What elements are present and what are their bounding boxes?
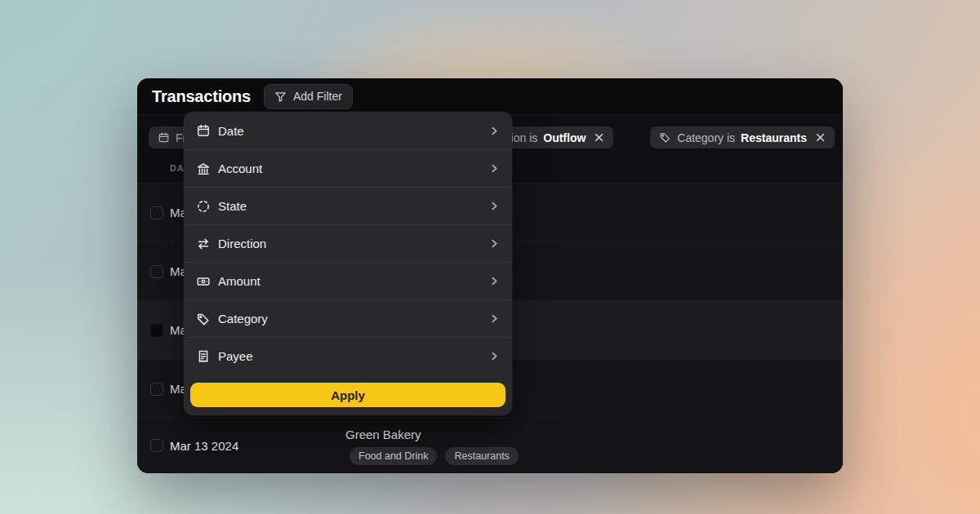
filter-chip-category[interactable]: Category is Restaurants <box>650 126 835 148</box>
add-filter-dropdown: Date Account State <box>184 112 512 415</box>
app-window: Transactions Add Filter From Direction i… <box>137 78 843 473</box>
payee-name: Green Bakery <box>345 428 519 441</box>
page-title: Transactions <box>152 87 251 106</box>
menu-item-label: Category <box>218 312 268 326</box>
bank-icon <box>196 162 211 176</box>
chevron-right-icon <box>489 351 500 361</box>
receipt-icon <box>196 349 211 364</box>
menu-item-label: Amount <box>218 274 261 288</box>
calendar-icon <box>196 123 211 138</box>
payee-cell: Green Bakery Food and Drink Restaurants <box>345 428 519 465</box>
row-checkbox[interactable] <box>150 383 163 396</box>
row-checkbox[interactable] <box>150 439 163 452</box>
window-header: Transactions Add Filter <box>137 78 843 114</box>
chevron-right-icon <box>489 163 500 174</box>
row-checkbox[interactable] <box>150 206 163 219</box>
table-row[interactable]: Mar 13 2024 Green Bakery Food and Drink … <box>137 418 843 472</box>
chip-label: Category is <box>677 131 735 144</box>
category-tag: Food and Drink <box>350 447 437 465</box>
remove-filter-icon[interactable] <box>594 132 604 143</box>
menu-item-direction[interactable]: Direction <box>184 224 512 262</box>
menu-item-amount[interactable]: Amount <box>184 262 512 299</box>
row-checkbox[interactable] <box>150 265 163 278</box>
chip-value: Restaurants <box>741 131 807 144</box>
chevron-right-icon <box>489 313 500 324</box>
menu-item-label: Account <box>218 162 262 175</box>
desktop-background: { "header": { "title": "Transactions", "… <box>0 0 980 514</box>
menu-item-state[interactable]: State <box>184 187 512 224</box>
row-checkbox[interactable] <box>150 324 163 337</box>
menu-item-payee[interactable]: Payee <box>184 337 512 374</box>
chevron-right-icon <box>489 238 500 249</box>
apply-button[interactable]: Apply <box>190 383 506 407</box>
tag-icon <box>196 312 211 326</box>
chip-value: Outflow <box>543 131 586 144</box>
row-date: Mar 13 2024 <box>170 439 238 453</box>
menu-item-label: State <box>218 199 247 213</box>
banknote-icon <box>196 274 211 289</box>
add-filter-label: Add Filter <box>293 90 342 103</box>
menu-item-date[interactable]: Date <box>184 112 512 149</box>
chevron-right-icon <box>489 201 500 211</box>
arrows-left-right-icon <box>196 237 211 251</box>
chevron-right-icon <box>489 126 500 136</box>
funnel-icon <box>274 91 287 103</box>
apply-button-container: Apply <box>184 374 512 415</box>
menu-item-account[interactable]: Account <box>184 149 512 187</box>
calendar-icon <box>158 131 170 144</box>
tag-icon <box>659 131 671 144</box>
chevron-right-icon <box>489 276 500 286</box>
dashed-circle-icon <box>196 199 211 214</box>
menu-item-label: Payee <box>218 349 253 363</box>
menu-item-category[interactable]: Category <box>184 299 512 337</box>
category-tags: Food and Drink Restaurants <box>350 447 519 465</box>
remove-filter-icon[interactable] <box>815 132 826 143</box>
category-tag: Restaurants <box>445 447 518 465</box>
add-filter-button[interactable]: Add Filter <box>264 84 353 109</box>
menu-item-label: Date <box>218 124 244 138</box>
menu-item-label: Direction <box>218 237 266 250</box>
